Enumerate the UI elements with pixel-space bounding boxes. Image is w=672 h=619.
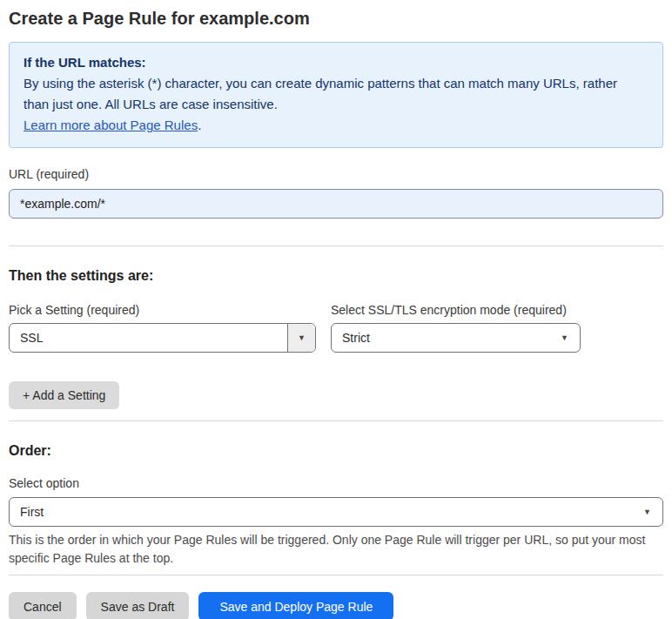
ssl-mode-select[interactable]: Strict ▼ [331,323,581,353]
setting-select-value: SSL [10,331,287,345]
chevron-down-icon: ▼ [561,334,580,342]
order-help-text: This is the order in which your Page Rul… [9,531,657,568]
url-field-label: URL (required) [9,167,663,182]
setting-select-caret-box[interactable]: ▼ [287,324,315,352]
page-container: Create a Page Rule for example.com If th… [0,0,672,619]
save-as-draft-button[interactable]: Save as Draft [86,592,190,619]
setting-select-label: Pick a Setting (required) [9,303,316,318]
order-select[interactable]: First ▼ [9,497,663,527]
order-section-heading: Order: [9,442,663,459]
ssl-mode-select-value: Strict [332,331,561,345]
chevron-down-icon: ▼ [643,508,662,516]
mode-select-label: Select SSL/TLS encryption mode (required… [331,303,581,318]
mode-column: Select SSL/TLS encryption mode (required… [331,284,581,353]
setting-select[interactable]: SSL ▼ [9,323,316,353]
learn-more-link[interactable]: Learn more about Page Rules [24,118,198,132]
info-box-heading: If the URL matches: [24,52,648,73]
url-input[interactable] [9,189,663,219]
info-box-link-line: Learn more about Page Rules. [24,115,648,136]
page-title: Create a Page Rule for example.com [9,7,663,30]
order-select-value: First [10,505,643,519]
cancel-button[interactable]: Cancel [9,592,77,619]
divider-before-footer [9,575,663,575]
order-select-label: Select option [9,476,663,491]
add-setting-button[interactable]: + Add a Setting [9,381,119,409]
setting-column: Pick a Setting (required) SSL ▼ [9,284,316,353]
divider-after-settings [9,421,663,421]
save-and-deploy-button[interactable]: Save and Deploy Page Rule [198,592,393,619]
url-match-info-box: If the URL matches: By using the asteris… [9,42,663,148]
link-period: . [198,118,201,132]
footer-actions: Cancel Save as Draft Save and Deploy Pag… [9,592,663,619]
chevron-down-icon: ▼ [298,333,306,342]
settings-row: Pick a Setting (required) SSL ▼ Select S… [9,284,663,353]
info-box-body: By using the asterisk (*) character, you… [24,73,624,115]
settings-section-heading: Then the settings are: [9,267,663,284]
divider-after-url [9,246,663,246]
